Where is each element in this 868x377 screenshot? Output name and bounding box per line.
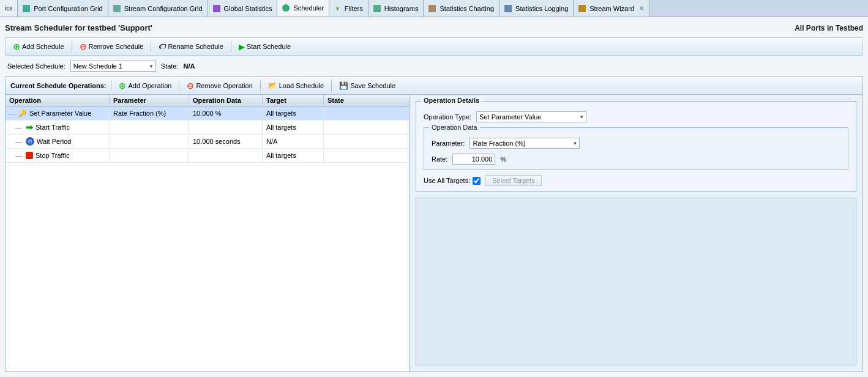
tab-stats-charting[interactable]: Statistics Charting bbox=[424, 0, 499, 17]
arrow-right-icon: ➡ bbox=[26, 122, 33, 132]
schedule-select[interactable]: New Schedule 1 bbox=[70, 61, 156, 72]
page-subtitle: All Ports in Testbed bbox=[795, 24, 863, 32]
ops-toolbar-sep3 bbox=[331, 80, 332, 91]
param-cell-row1: Rate Fraction (%) bbox=[110, 106, 189, 120]
op-type-select-wrapper: Set Parameter Value Start Traffic Stop T… bbox=[476, 111, 586, 122]
save-schedule-button[interactable]: 💾 Save Schedule bbox=[337, 80, 398, 91]
add-schedule-button[interactable]: ⊕ Add Schedule bbox=[10, 40, 67, 53]
tab-stream-config[interactable]: Stream Configuration Grid bbox=[108, 0, 208, 17]
table-row[interactable]: — ⏱ Wait Period 10.000 seconds N/A bbox=[6, 135, 409, 149]
ics-icon: ics bbox=[5, 5, 12, 12]
rate-unit: % bbox=[500, 155, 506, 163]
tab-ics[interactable]: ics bbox=[0, 0, 18, 17]
start-schedule-icon: ▶ bbox=[239, 42, 245, 51]
target-cell-row1: All targets bbox=[263, 106, 324, 120]
row4-dash: — bbox=[15, 152, 22, 159]
remove-operation-icon: ⊖ bbox=[187, 81, 194, 91]
toolbar1: ⊕ Add Schedule ⊖ Remove Schedule 🏷 Renam… bbox=[5, 37, 863, 56]
tab-scheduler[interactable]: Scheduler bbox=[277, 0, 329, 17]
tab-stream-wizard[interactable]: Stream Wizard ✕ bbox=[574, 0, 649, 17]
tab-port-config[interactable]: Port Configuration Grid bbox=[18, 0, 108, 17]
col-parameter-header: Parameter bbox=[110, 95, 189, 106]
rate-label: Rate: bbox=[432, 155, 447, 163]
ops-toolbar-sep2 bbox=[260, 80, 261, 91]
ops-toolbar-sep0 bbox=[111, 80, 111, 91]
state-label: State: bbox=[161, 62, 179, 70]
state-cell-row2 bbox=[324, 121, 409, 134]
start-schedule-button[interactable]: ▶ Start Schedule bbox=[236, 41, 293, 53]
tab-bar: ics Port Configuration Grid Stream Confi… bbox=[0, 0, 868, 17]
state-cell-row4 bbox=[324, 149, 409, 162]
stats-charting-icon bbox=[428, 5, 436, 12]
tab-histograms[interactable]: Histograms bbox=[369, 0, 424, 17]
remove-schedule-button[interactable]: ⊖ Remove Schedule bbox=[77, 40, 146, 53]
clock-icon: ⏱ bbox=[26, 137, 34, 146]
stream-config-icon bbox=[113, 5, 121, 12]
op-cell-row3: — ⏱ Wait Period bbox=[6, 135, 110, 148]
tab-global-stats[interactable]: Global Statistics bbox=[208, 0, 278, 17]
stop-icon bbox=[26, 152, 33, 159]
schedule-label: Selected Schedule: bbox=[7, 62, 65, 70]
toolbar1-sep3 bbox=[231, 41, 231, 52]
main-content: Stream Scheduler for testbed 'Support' A… bbox=[0, 17, 868, 377]
load-schedule-button[interactable]: 📂 Load Schedule bbox=[266, 80, 326, 91]
param-cell-row4 bbox=[110, 149, 189, 162]
tab-stats-logging-label: Statistics Logging bbox=[515, 5, 568, 12]
param-select-wrapper: Rate Fraction (%) Frame Size Burst Size … bbox=[470, 138, 580, 149]
filters-icon: ▼ bbox=[334, 5, 341, 12]
toolbar1-sep2 bbox=[151, 41, 151, 52]
remove-schedule-icon: ⊖ bbox=[80, 42, 87, 51]
key-icon: 🔑 bbox=[18, 110, 27, 118]
state-value: N/A bbox=[184, 62, 195, 70]
tab-histograms-label: Histograms bbox=[384, 5, 419, 12]
title-bar: Stream Scheduler for testbed 'Support' A… bbox=[5, 22, 863, 34]
table-row[interactable]: — 🔑 Set Parameter Value Rate Fraction (%… bbox=[6, 106, 409, 121]
row3-dash: — bbox=[15, 138, 22, 145]
add-operation-button[interactable]: ⊕ Add Operation bbox=[116, 80, 174, 92]
tab-filters[interactable]: ▼ Filters bbox=[329, 0, 369, 17]
param-cell-row3 bbox=[110, 135, 189, 148]
state-cell-row3 bbox=[324, 135, 409, 148]
targets-row: Use All Targets: Select Targets bbox=[424, 175, 848, 186]
tab-stream-wizard-label: Stream Wizard bbox=[589, 5, 634, 12]
ops-section-label: Current Schedule Operations: bbox=[10, 82, 106, 89]
state-cell-row1 bbox=[324, 106, 409, 120]
schedule-select-wrapper: New Schedule 1 bbox=[70, 61, 156, 72]
use-all-targets-checkbox[interactable] bbox=[473, 177, 481, 185]
opdata-cell-row2 bbox=[189, 121, 263, 134]
bottom-panel bbox=[416, 198, 856, 365]
tab-port-config-label: Port Configuration Grid bbox=[34, 5, 103, 12]
opdata-cell-row3: 10.000 seconds bbox=[189, 135, 263, 148]
opdata-cell-row4 bbox=[189, 149, 263, 162]
port-config-icon bbox=[23, 5, 30, 12]
op-type-label: Operation Type: bbox=[424, 113, 471, 121]
opdata-cell-row1: 10.000 % bbox=[189, 106, 263, 120]
tab-close-icon[interactable]: ✕ bbox=[639, 5, 644, 12]
rename-schedule-button[interactable]: 🏷 Rename Schedule bbox=[156, 41, 226, 52]
ops-toolbar-sep1 bbox=[179, 80, 179, 91]
select-targets-button[interactable]: Select Targets bbox=[485, 175, 542, 186]
tab-global-stats-label: Global Statistics bbox=[224, 5, 272, 12]
op-type-select[interactable]: Set Parameter Value Start Traffic Stop T… bbox=[476, 111, 586, 122]
col-state-header: State bbox=[324, 95, 409, 106]
save-schedule-icon: 💾 bbox=[339, 81, 348, 90]
schedule-row: Selected Schedule: New Schedule 1 State:… bbox=[5, 59, 863, 73]
details-panel: Operation Details Operation Type: Set Pa… bbox=[410, 95, 862, 371]
table-row[interactable]: — Stop Traffic All targets bbox=[6, 149, 409, 163]
tab-stats-logging[interactable]: Statistics Logging bbox=[499, 0, 574, 17]
param-row: Parameter: Rate Fraction (%) Frame Size … bbox=[432, 138, 840, 149]
row2-dash: — bbox=[15, 124, 22, 131]
op-cell-row1: — 🔑 Set Parameter Value bbox=[6, 106, 110, 120]
add-schedule-icon: ⊕ bbox=[13, 42, 20, 51]
use-all-targets-text: Use All Targets: bbox=[424, 177, 470, 184]
global-stats-icon bbox=[213, 5, 220, 12]
ops-body: Operation Parameter Operation Data Targe… bbox=[6, 95, 862, 371]
rate-input[interactable] bbox=[452, 154, 495, 165]
details-group-title: Operation Details bbox=[421, 97, 482, 104]
table-row[interactable]: — ➡ Start Traffic All targets bbox=[6, 121, 409, 135]
param-select[interactable]: Rate Fraction (%) Frame Size Burst Size … bbox=[470, 138, 580, 149]
use-all-targets-label: Use All Targets: bbox=[424, 177, 481, 185]
remove-operation-button[interactable]: ⊖ Remove Operation bbox=[184, 80, 255, 92]
ops-header: Current Schedule Operations: ⊕ Add Opera… bbox=[6, 77, 862, 95]
stats-logging-icon bbox=[504, 5, 512, 12]
